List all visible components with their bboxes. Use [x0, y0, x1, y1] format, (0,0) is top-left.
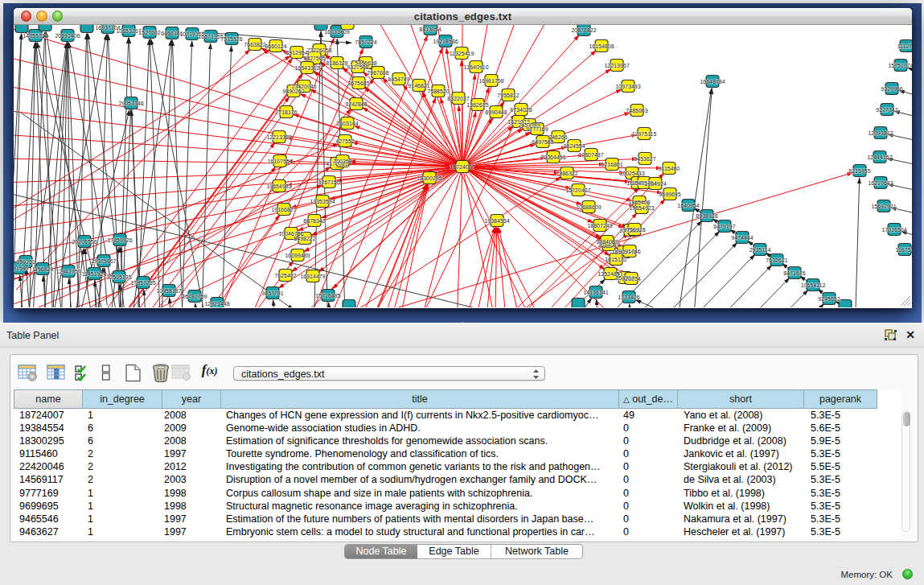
svg-text:12923448: 12923448 [204, 301, 229, 307]
svg-text:9890262: 9890262 [282, 89, 304, 94]
svg-text:1733426: 1733426 [618, 295, 639, 300]
svg-text:2967608: 2967608 [367, 70, 388, 76]
svg-text:7625402: 7625402 [274, 273, 296, 278]
svg-text:19218586: 19218586 [433, 39, 458, 44]
svg-text:2718176: 2718176 [275, 109, 297, 115]
svg-text:12093872: 12093872 [868, 130, 893, 136]
svg-text:2935114: 2935114 [749, 247, 771, 253]
svg-text:16782759: 16782759 [182, 294, 207, 299]
svg-text:116753: 116753 [896, 247, 912, 253]
svg-text:1640954: 1640954 [677, 203, 699, 208]
svg-text:1156829: 1156829 [32, 266, 54, 272]
svg-text:9227342: 9227342 [876, 107, 897, 113]
svg-text:1965408: 1965408 [628, 200, 650, 205]
svg-text:111274: 111274 [897, 43, 912, 49]
svg-text:8498222: 8498222 [294, 236, 315, 241]
svg-text:1362615: 1362615 [466, 102, 488, 108]
svg-text:9777169: 9777169 [526, 126, 548, 132]
svg-text:7632621: 7632621 [766, 257, 787, 263]
svg-text:23226058: 23226058 [306, 47, 331, 53]
svg-text:19654923: 19654923 [629, 205, 654, 211]
svg-text:9453627: 9453627 [634, 156, 655, 162]
svg-text:20364456: 20364456 [540, 154, 565, 160]
svg-text:10688609: 10688609 [576, 204, 601, 210]
svg-text:9327505: 9327505 [303, 56, 325, 61]
svg-text:8322037: 8322037 [447, 96, 469, 101]
svg-text:18724007: 18724007 [450, 164, 474, 170]
svg-text:9084067: 9084067 [596, 239, 618, 245]
svg-text:12213369: 12213369 [266, 134, 291, 140]
svg-text:3267150: 3267150 [318, 179, 339, 185]
svg-text:7515526: 7515526 [220, 36, 242, 42]
svg-text:19384554: 19384554 [484, 218, 509, 224]
svg-text:10973493: 10973493 [615, 84, 640, 89]
svg-text:16099489: 16099489 [285, 253, 310, 258]
svg-text:8660124: 8660124 [265, 43, 286, 49]
svg-text:16961758: 16961758 [478, 78, 503, 84]
svg-text:29375867: 29375867 [91, 258, 116, 264]
svg-text:1527602: 1527602 [138, 30, 160, 35]
svg-text:6497568: 6497568 [532, 139, 553, 145]
svg-text:15720407: 15720407 [565, 187, 590, 193]
svg-text:17016504: 17016504 [881, 227, 906, 233]
svg-text:16107554: 16107554 [267, 159, 292, 164]
svg-text:8938928: 8938928 [696, 213, 717, 219]
svg-text:17359926: 17359926 [107, 237, 132, 243]
svg-text:10025433: 10025433 [619, 171, 644, 176]
svg-text:16914479: 16914479 [300, 274, 325, 279]
svg-text:8215955: 8215955 [848, 168, 870, 174]
svg-text:15751074: 15751074 [888, 63, 912, 68]
svg-text:20876822: 20876822 [571, 27, 596, 33]
svg-text:10653267: 10653267 [116, 28, 141, 34]
svg-text:12444157: 12444157 [867, 154, 892, 160]
svg-text:9115460: 9115460 [659, 166, 680, 171]
svg-text:17957255: 17957255 [130, 280, 155, 286]
svg-text:7485063: 7485063 [626, 108, 647, 113]
svg-text:9699695: 9699695 [659, 192, 680, 197]
svg-text:8813054: 8813054 [419, 27, 441, 32]
svg-text:3624554: 3624554 [563, 143, 585, 149]
svg-text:850261: 850261 [16, 259, 35, 265]
svg-text:7663822: 7663822 [244, 42, 265, 47]
svg-text:700358: 700358 [333, 159, 351, 164]
svg-text:6216801: 6216801 [601, 162, 622, 167]
svg-text:18807249: 18807249 [587, 223, 612, 229]
svg-text:10807487: 10807487 [578, 152, 603, 158]
svg-text:1615132: 1615132 [605, 257, 626, 262]
svg-text:3675685: 3675685 [347, 80, 369, 86]
svg-text:9242848: 9242848 [345, 101, 367, 107]
svg-text:11451924: 11451924 [82, 271, 107, 277]
svg-text:12213967: 12213967 [604, 63, 629, 68]
svg-text:16154808: 16154808 [589, 43, 614, 49]
svg-text:29053346: 29053346 [118, 101, 143, 106]
svg-text:9245652: 9245652 [818, 296, 840, 302]
svg-text:11325419: 11325419 [450, 51, 474, 56]
svg-text:8454749: 8454749 [388, 76, 409, 82]
svg-text:14055712: 14055712 [23, 33, 47, 39]
svg-text:14136141: 14136141 [583, 290, 608, 295]
svg-text:10958187: 10958187 [156, 288, 181, 294]
svg-text:16648784: 16648784 [700, 79, 725, 84]
svg-text:920254: 920254 [622, 276, 640, 282]
svg-text:9857791: 9857791 [261, 290, 283, 296]
svg-text:16543362: 16543362 [294, 65, 319, 71]
svg-text:9327508: 9327508 [347, 64, 368, 70]
svg-text:12942757: 12942757 [55, 269, 80, 274]
svg-text:13353594: 13353594 [310, 199, 335, 204]
svg-text:8471676: 8471676 [783, 270, 805, 276]
svg-text:9091746: 9091746 [618, 249, 640, 254]
svg-text:6734028: 6734028 [510, 107, 532, 113]
svg-text:8878342: 8878342 [303, 218, 325, 224]
svg-text:10654112: 10654112 [801, 282, 826, 288]
svg-text:16210643: 16210643 [868, 180, 893, 186]
svg-text:9329966: 9329966 [881, 86, 902, 92]
svg-text:16671355: 16671355 [198, 34, 223, 39]
svg-text:9474444: 9474444 [731, 235, 753, 241]
svg-text:12505135: 12505135 [106, 274, 131, 280]
svg-text:7857224: 7857224 [355, 39, 376, 45]
svg-text:12975115: 12975115 [632, 131, 657, 137]
svg-text:8912954: 8912954 [285, 50, 307, 56]
svg-text:16033809: 16033809 [324, 29, 349, 35]
svg-text:20691406: 20691406 [55, 33, 80, 39]
svg-text:19166827: 19166827 [271, 207, 296, 212]
